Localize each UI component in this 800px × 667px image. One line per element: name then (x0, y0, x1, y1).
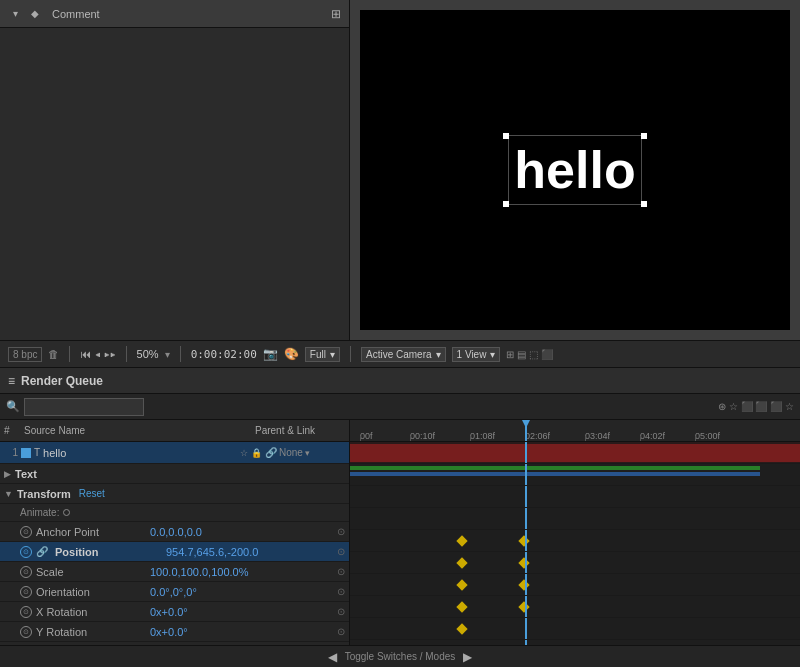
track-row-anchor (350, 530, 800, 552)
text-group-header[interactable]: ▶ Text (0, 464, 349, 484)
track-row-text (350, 464, 800, 486)
position-label: Position (52, 545, 162, 559)
x-rotation-stopwatch[interactable]: ⊙ (20, 606, 32, 618)
keyframe-scale-2[interactable] (518, 579, 529, 590)
parent-link[interactable]: 🔗 None ▾ (265, 447, 345, 458)
nav-arrows-right[interactable]: ▶ (463, 650, 472, 664)
ruler-tick-5: 04:02f (640, 431, 665, 441)
scale-stopwatch[interactable]: ⊙ (20, 566, 32, 578)
camera-dropdown[interactable]: Active Camera▾ (361, 347, 446, 362)
separator3 (180, 346, 181, 362)
keyframe-scale-1[interactable] (456, 579, 467, 590)
solo-icon[interactable]: ☆ (238, 448, 249, 458)
keyframe-anchor-1[interactable] (456, 535, 467, 546)
playhead-track5 (525, 530, 527, 551)
playhead-track4 (525, 508, 527, 529)
keyframe-ori-2[interactable] (518, 601, 529, 612)
trash-icon[interactable]: 🗑 (48, 348, 59, 360)
menu-icon[interactable]: ≡ (8, 374, 15, 388)
y-rotation-value[interactable]: 0x+0.0° (150, 626, 188, 638)
expand-triangle: ▼ (4, 489, 13, 499)
ruler-tick-6: 05:00f (695, 431, 720, 441)
orientation-value[interactable]: 0.0°,0°,0° (150, 586, 197, 598)
transform-group-label: Transform (17, 488, 71, 500)
keyframe-anchor-2[interactable] (518, 535, 529, 546)
track-row-yrot (350, 640, 800, 645)
reset-button[interactable]: Reset (79, 488, 105, 499)
x-rotation-reset-icon[interactable]: ⊙ (337, 606, 345, 617)
scale-row[interactable]: ⊙ Scale 100.0,100.0,100.0% ⊙ (0, 562, 349, 582)
animate-dot[interactable] (63, 509, 70, 516)
x-rotation-row[interactable]: ⊙ X Rotation 0x+0.0° ⊙ (0, 602, 349, 622)
switch-bar-label: Toggle Switches / Modes (345, 651, 456, 662)
playhead-track8 (525, 596, 527, 617)
keyframe-pos-1[interactable] (456, 557, 467, 568)
position-row[interactable]: ⊙ 🔗 Position 954.7,645.6,-200.0 ⊙ (0, 542, 349, 562)
separator2 (126, 346, 127, 362)
preview-area: hello (350, 0, 800, 340)
hash-col: # (4, 425, 24, 436)
playhead-track2 (525, 464, 527, 485)
layer-name[interactable]: hello (43, 447, 235, 459)
lock-icon[interactable]: 🔒 (251, 448, 262, 458)
track-bar-green (350, 466, 760, 470)
parent-link-col: Parent & Link (255, 425, 345, 436)
anchor-point-label: Anchor Point (36, 526, 146, 538)
anchor-stopwatch[interactable]: ⊙ (20, 526, 32, 538)
keyframe-pos-2[interactable] (518, 557, 529, 568)
keyframe-xrot[interactable] (456, 623, 467, 634)
playhead-track10 (525, 640, 527, 645)
orientation-stopwatch[interactable]: ⊙ (20, 586, 32, 598)
timeline-tracks: 00f 00:10f 01:08f 02:06f 03:04f 04:02f (350, 420, 800, 645)
left-panel-toolbar: ▾ ◆ Comment ⊞ (0, 0, 349, 28)
anchor-point-row[interactable]: ⊙ Anchor Point 0.0,0.0,0.0 ⊙ (0, 522, 349, 542)
track-bar-blue (350, 472, 760, 476)
timeline-ruler[interactable]: 00f 00:10f 01:08f 02:06f 03:04f 04:02f (350, 420, 800, 442)
keyframe-ori-1[interactable] (456, 601, 467, 612)
track-row-xrot (350, 618, 800, 640)
render-queue-title: Render Queue (21, 374, 103, 388)
scale-value[interactable]: 100.0,100.0,100.0% (150, 566, 248, 578)
quality-dropdown[interactable]: Full▾ (305, 347, 340, 362)
grid-icon[interactable]: ⊞ (331, 7, 341, 21)
layer-row-1[interactable]: 1 T hello ☆ 🔒 🔗 None ▾ (0, 442, 349, 464)
search-icon: 🔍 (6, 400, 20, 413)
panel-menu-icon[interactable]: ▾ (8, 7, 22, 21)
timecode-display[interactable]: 0:00:02:00 (191, 348, 257, 361)
track-row-transform (350, 486, 800, 508)
scale-reset-icon[interactable]: ⊙ (337, 566, 345, 577)
toolbar-icons: ⊛ ☆ ⬛ ⬛ ⬛ ☆ (718, 401, 794, 412)
nav-arrows-left[interactable]: ◀ (328, 650, 337, 664)
layer-header: # Source Name Parent & Link (0, 420, 349, 442)
orientation-row[interactable]: ⊙ Orientation 0.0°,0°,0° ⊙ (0, 582, 349, 602)
hello-text: hello (514, 141, 635, 199)
track-row-animate (350, 508, 800, 530)
ruler-tick-0: 00f (360, 431, 373, 441)
y-rotation-row[interactable]: ⊙ Y Rotation 0x+0.0° ⊙ (0, 622, 349, 642)
anchor-point-value[interactable]: 0.0,0.0,0.0 (150, 526, 202, 538)
view-dropdown[interactable]: 1 View▾ (452, 347, 501, 362)
playhead-marker (521, 420, 531, 428)
timeline-section: ≡ Render Queue 🔍 ⊛ ☆ ⬛ ⬛ ⬛ ☆ # Source Na… (0, 368, 800, 667)
separator (69, 346, 70, 362)
panel-icon: ◆ (28, 7, 42, 21)
x-rotation-value[interactable]: 0x+0.0° (150, 606, 188, 618)
search-bar-row: 🔍 ⊛ ☆ ⬛ ⬛ ⬛ ☆ (0, 394, 800, 420)
timeline-main: # Source Name Parent & Link 1 T hello ☆ … (0, 420, 800, 645)
search-input[interactable] (24, 398, 144, 416)
transform-group-header[interactable]: ▼ Transform Reset (0, 484, 349, 504)
left-panel-content (0, 28, 349, 340)
switch-bar[interactable]: ◀ Toggle Switches / Modes ▶ (0, 645, 800, 667)
y-rotation-reset-icon[interactable]: ⊙ (337, 626, 345, 637)
anchor-reset-icon[interactable]: ⊙ (337, 526, 345, 537)
collapse-triangle: ▶ (4, 469, 11, 479)
position-stopwatch[interactable]: ⊙ (20, 546, 32, 558)
position-reset-icon[interactable]: ⊙ (337, 546, 345, 557)
playhead[interactable] (525, 420, 527, 441)
track-row-orientation (350, 596, 800, 618)
position-value[interactable]: 954.7,645.6,-200.0 (166, 546, 258, 558)
playhead-track7 (525, 574, 527, 595)
y-rotation-stopwatch[interactable]: ⊙ (20, 626, 32, 638)
track-row-1 (350, 442, 800, 464)
orientation-reset-icon[interactable]: ⊙ (337, 586, 345, 597)
